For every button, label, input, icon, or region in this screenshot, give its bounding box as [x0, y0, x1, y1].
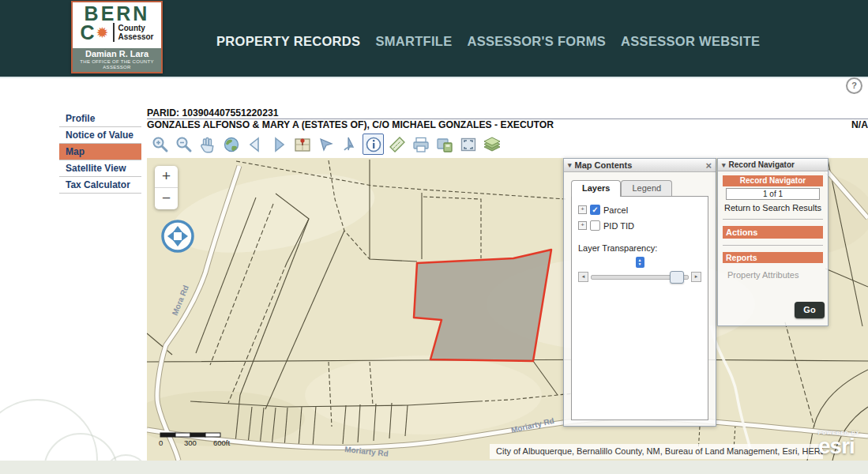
logo-divider — [113, 23, 115, 42]
sidebar-item-notice-of-value[interactable]: Notice of Value — [59, 127, 141, 144]
nav-assessor-website[interactable]: ASSESSOR WEBSITE — [621, 34, 760, 49]
actions-section-bar[interactable]: Actions — [723, 226, 823, 239]
layer-row-parcel: + ✓ Parcel — [578, 205, 701, 215]
return-to-search-results-link[interactable]: Return to Search Results — [721, 203, 825, 213]
nav-property-records[interactable]: PROPERTY RECORDS — [216, 34, 360, 49]
map-attribution: City of Albuquerque, Bernalillo County, … — [490, 444, 823, 459]
map-contents-tabs: Layers Legend — [571, 180, 708, 196]
main-nav: PROPERTY RECORDS SMARTFILE ASSESSOR'S FO… — [216, 32, 760, 51]
tab-legend[interactable]: Legend — [621, 180, 672, 196]
nav-smartfile[interactable]: SMARTFILE — [375, 34, 452, 49]
next-extent-icon[interactable] — [268, 134, 289, 155]
slider-thumb[interactable] — [670, 271, 684, 284]
go-button[interactable]: Go — [795, 302, 825, 318]
map-zoom-control: + − — [155, 166, 178, 209]
map-zoom-in-button[interactable]: + — [155, 166, 178, 188]
record-value-na: N/A — [851, 120, 868, 130]
scale-label-middle: 300 — [184, 438, 197, 447]
divider — [723, 245, 823, 246]
record-header: PARID: 103904407551220231 GONZALES ALFON… — [147, 108, 868, 132]
assessor-page: PROPERTY RECORDS SMARTFILE ASSESSOR'S FO… — [0, 0, 868, 474]
logo-county-text: County — [118, 24, 145, 32]
full-screen-icon[interactable] — [457, 134, 479, 155]
layer-label-pid-tid: PID TID — [603, 221, 634, 231]
record-position-input[interactable]: 1 of 1 — [726, 188, 820, 200]
export-map-icon[interactable] — [434, 134, 455, 155]
scale-label-start: 0 — [159, 438, 163, 447]
measure-tool-icon[interactable] — [386, 134, 408, 155]
property-attributes-link[interactable]: Property Attributes — [727, 270, 825, 280]
sidebar-item-tax-calculator[interactable]: Tax Calculator — [59, 177, 141, 194]
transparency-stepper[interactable]: ▲▼ — [636, 257, 644, 268]
layer-row-pid-tid: + PID TID — [578, 220, 701, 231]
map-contents-header[interactable]: ▾ Map Contents × — [564, 159, 716, 172]
help-icon[interactable]: ? — [846, 77, 862, 94]
select-pointer-icon[interactable] — [315, 134, 336, 155]
page-footer-strip — [0, 461, 868, 474]
reports-section-bar[interactable]: Reports — [723, 252, 823, 263]
slider-left-arrow[interactable]: ◂ — [578, 272, 588, 282]
map-zoom-out-button[interactable]: − — [155, 188, 178, 209]
sidebar-item-profile[interactable]: Profile — [59, 111, 141, 127]
collapse-caret-icon[interactable]: ▾ — [568, 161, 572, 169]
scale-label-end: 600ft — [213, 438, 230, 447]
parid-text: PARID: 103904407551220231 — [147, 108, 868, 119]
record-navigator-panel: ▾ Record Navigator Record Navigator 1 of… — [717, 158, 829, 326]
zoom-in-tool-icon[interactable] — [149, 134, 171, 155]
expand-plus-icon[interactable]: + — [578, 205, 587, 214]
map-toolbar — [147, 131, 868, 157]
close-icon[interactable]: × — [705, 160, 712, 171]
layers-icon[interactable] — [481, 134, 502, 155]
full-extent-globe-icon[interactable] — [220, 134, 242, 155]
owner-text: GONZALES ALFONSO & MARY A (ESTATES OF), … — [147, 120, 554, 130]
zia-sun-icon: ✹ — [96, 25, 109, 40]
record-navigator-banner: Record Navigator — [723, 175, 823, 186]
nav-assessors-forms[interactable]: ASSESSOR'S FORMS — [467, 34, 606, 49]
record-navigator-title: Record Navigator — [729, 160, 795, 169]
map-contents-title: Map Contents — [575, 160, 633, 170]
tab-layers[interactable]: Layers — [571, 180, 621, 197]
logo-assessor-text: Assessor — [118, 32, 153, 41]
parcel-checkbox[interactable]: ✓ — [590, 205, 600, 215]
logo-bern-text: BERN — [73, 5, 161, 22]
zoom-out-tool-icon[interactable] — [173, 134, 194, 155]
assessor-name: Damian R. Lara — [73, 48, 161, 59]
sidebar-item-satellite-view[interactable]: Satellite View — [59, 160, 141, 177]
layer-label-parcel: Parcel — [603, 205, 628, 215]
slider-right-arrow[interactable]: ▸ — [691, 272, 701, 282]
logo-wordmark: BERN C ✹ County Assessor — [73, 2, 161, 42]
hyperlink-pointer-icon[interactable] — [339, 134, 360, 155]
print-icon[interactable] — [410, 134, 431, 155]
identify-tool-icon[interactable] — [363, 134, 384, 155]
collapse-caret-icon[interactable]: ▾ — [722, 161, 726, 169]
record-navigator-header[interactable]: ▾ Record Navigator — [718, 159, 828, 171]
assessor-tagline: THE OFFICE OF THE COUNTY ASSESSOR — [73, 59, 161, 70]
header-divider — [0, 77, 868, 78]
logo-co-text: C — [80, 24, 94, 41]
previous-extent-icon[interactable] — [244, 134, 265, 155]
pan-tool-icon[interactable] — [197, 134, 218, 155]
divider — [723, 219, 823, 220]
esri-logo: POWERED BY esri — [818, 430, 860, 457]
slider-track[interactable] — [591, 275, 689, 280]
sidebar-menu: Profile Notice of Value Map Satellite Vi… — [59, 111, 141, 194]
logo-name-band: Damian R. Lara THE OFFICE OF THE COUNTY … — [73, 48, 161, 72]
transparency-label: Layer Transparency: — [578, 243, 701, 253]
layers-tab-content: + ✓ Parcel + PID TID Layer Transparency:… — [571, 196, 708, 420]
bernco-assessor-logo[interactable]: BERN C ✹ County Assessor Damian R. Lara … — [71, 1, 163, 73]
transparency-slider: ◂ ▸ — [578, 272, 701, 282]
sidebar-item-map[interactable]: Map — [59, 144, 141, 160]
esri-brand-text: esri — [818, 436, 860, 457]
map-contents-panel: ▾ Map Contents × Layers Legend + ✓ Parce… — [563, 158, 716, 427]
expand-plus-icon[interactable]: + — [578, 221, 587, 230]
pid-tid-checkbox[interactable] — [590, 220, 600, 231]
overview-map-icon[interactable] — [291, 134, 313, 155]
selected-parcel-polygon — [414, 250, 551, 361]
compass-locator-icon[interactable] — [160, 218, 196, 254]
